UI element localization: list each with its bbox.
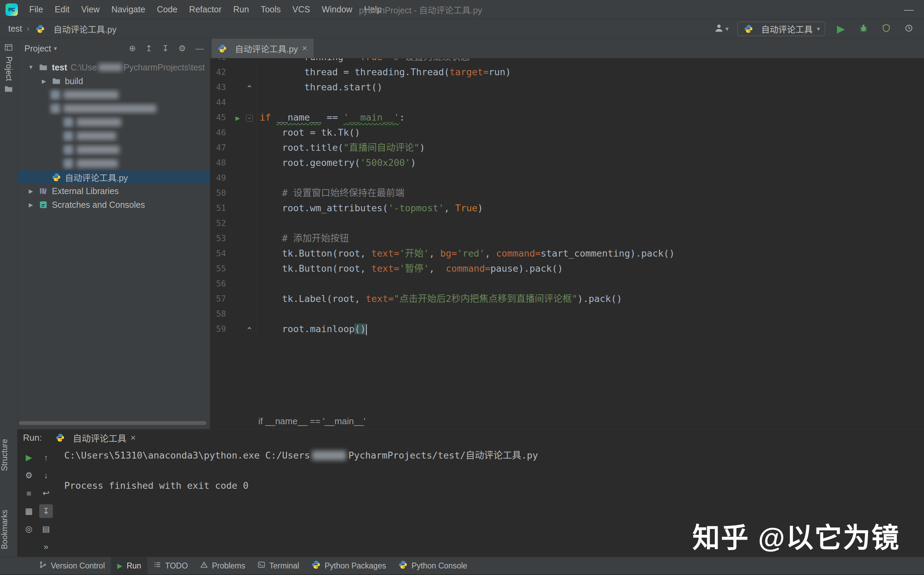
gutter[interactable]: 47 [210,140,257,155]
statusbar-version-control[interactable]: Version Control [33,557,111,574]
line-number[interactable]: 54 [210,246,231,261]
collapse-all-button[interactable]: ↥ [145,44,152,53]
code-line-41[interactable]: 41 running = True # 设置为继续状态 [210,59,924,65]
tree-item-redacted[interactable] [17,129,210,143]
strip-label-project[interactable]: Project [4,56,13,81]
code-line-55[interactable]: 55 tk.Button(root, text='暂停', command=pa… [210,261,924,276]
gutter[interactable]: 48 [210,155,257,170]
statusbar-terminal[interactable]: Terminal [251,557,305,574]
pin-button[interactable]: ◎ [22,522,36,536]
code-line-44[interactable]: 44 [210,95,924,110]
hide-panel-button[interactable]: — [195,44,204,53]
menu-vcs[interactable]: VCS [286,0,316,19]
project-strip-tab[interactable]: Project [0,43,17,95]
statusbar-python-console[interactable]: Python Console [392,557,473,574]
code-editor[interactable]: 41 running = True # 设置为继续状态42 thread = t… [210,59,924,413]
editor-breadcrumb[interactable]: if __name__ == '__main__' [210,413,924,429]
tree-expand-icon[interactable]: ▶ [37,78,51,84]
gutter[interactable]: 57 [210,291,257,307]
run-configuration-select[interactable]: 自动评论工具 ▾ [737,22,825,36]
gutter[interactable]: 45▶− [210,110,257,125]
menu-window[interactable]: Window [316,0,358,19]
tree-item-redacted[interactable] [17,143,210,157]
tree-item-redacted[interactable] [17,157,210,170]
tree-expand-icon[interactable]: ▶ [24,202,37,208]
fold-icon[interactable]: − [244,110,254,125]
coverage-button[interactable] [880,22,893,36]
code-line-53[interactable]: 53 # 添加开始按钮 [210,231,924,246]
menu-edit[interactable]: Edit [49,0,75,19]
tree-item-redacted[interactable] [17,115,210,129]
menu-refactor[interactable]: Refactor [183,0,227,19]
line-number[interactable]: 43 [210,80,231,95]
code-line-50[interactable]: 50 # 设置窗口始终保持在最前端 [210,186,924,200]
run-settings-button[interactable]: ⚙ [22,469,36,482]
select-opened-file-button[interactable]: ⊕ [129,44,136,53]
tree-item-自动评论工具.py[interactable]: 自动评论工具.py [17,170,210,184]
settings-gear-button[interactable]: ⚙ [178,44,186,53]
gutter[interactable]: 59^ [210,321,257,337]
statusbar-python-packages[interactable]: Python Packages [305,557,392,574]
code-line-56[interactable]: 56 [210,276,924,291]
code-line-58[interactable]: 58 [210,307,924,321]
run-tab[interactable]: 自动评论工具 × [51,431,139,444]
gutter[interactable]: 55 [210,261,257,276]
gutter[interactable]: 44 [210,95,257,110]
project-horizontal-scrollbar[interactable] [19,421,206,425]
line-number[interactable]: 59 [210,321,231,337]
menu-run[interactable]: Run [227,0,255,19]
breadcrumb-root[interactable]: test [8,24,22,34]
gutter[interactable]: 56 [210,276,257,291]
menu-code[interactable]: Code [151,0,183,19]
user-menu-button[interactable]: ▾ [714,23,729,35]
gutter[interactable]: 49 [210,170,257,186]
print-button[interactable]: ▤ [39,522,53,536]
line-number[interactable]: 46 [210,125,231,140]
strip-label-bookmarks[interactable]: Bookmarks [0,510,17,549]
statusbar-run[interactable]: ▶Run [111,557,148,574]
gutter[interactable]: 54 [210,246,257,261]
line-number[interactable]: 53 [210,231,231,246]
tree-expand-icon[interactable]: ▶ [24,188,37,194]
line-number[interactable]: 55 [210,261,231,276]
line-number[interactable]: 56 [210,276,231,291]
code-line-57[interactable]: 57 tk.Label(root, text="点击开始后2秒内把焦点移到直播间… [210,291,924,307]
line-number[interactable]: 44 [210,95,231,110]
run-gutter-icon[interactable]: ▶ [231,110,244,125]
gutter[interactable]: 46 [210,125,257,140]
tree-item-redacted[interactable] [17,102,210,115]
code-line-48[interactable]: 48 root.geometry('500x200') [210,155,924,170]
line-number[interactable]: 50 [210,186,231,200]
code-line-49[interactable]: 49 [210,170,924,186]
tree-item-build[interactable]: ▶build [17,74,210,88]
close-icon[interactable]: × [302,43,307,54]
line-number[interactable]: 41 [210,59,231,65]
code-line-43[interactable]: 43^ thread.start() [210,80,924,95]
tree-item-test[interactable]: ▼testC:\UsePycharmProjects\test [17,60,210,74]
scroll-to-end-button[interactable]: ↧ [39,504,53,518]
gutter[interactable]: 50 [210,186,257,200]
line-number[interactable]: 52 [210,216,231,231]
menu-file[interactable]: File [23,0,49,19]
navigate-up-button[interactable]: ↑ [39,451,53,464]
editor-tab[interactable]: 自动评论工具.py × [211,38,314,58]
code-line-51[interactable]: 51 root.wm_attributes('-topmost', True) [210,200,924,216]
line-number[interactable]: 51 [210,200,231,216]
statusbar-problems[interactable]: Problems [194,557,251,574]
rerun-button[interactable]: ▶ [22,451,36,464]
menu-navigate[interactable]: Navigate [105,0,151,19]
code-line-47[interactable]: 47 root.title("直播间自动评论") [210,140,924,155]
code-line-54[interactable]: 54 tk.Button(root, text='开始', bg='red', … [210,246,924,261]
tree-item-redacted[interactable] [17,88,210,102]
more-button[interactable]: » [39,540,53,554]
menu-tools[interactable]: Tools [255,0,286,19]
line-number[interactable]: 48 [210,155,231,170]
gutter[interactable]: 41 [210,59,257,65]
gutter[interactable]: 51 [210,200,257,216]
gutter[interactable]: 43^ [210,80,257,95]
gutter[interactable]: 52 [210,216,257,231]
fold-icon[interactable]: ^ [244,80,254,95]
menu-view[interactable]: View [75,0,105,19]
breadcrumb-file[interactable]: 自动评论工具.py [54,23,116,35]
fold-icon[interactable]: ^ [244,321,254,337]
